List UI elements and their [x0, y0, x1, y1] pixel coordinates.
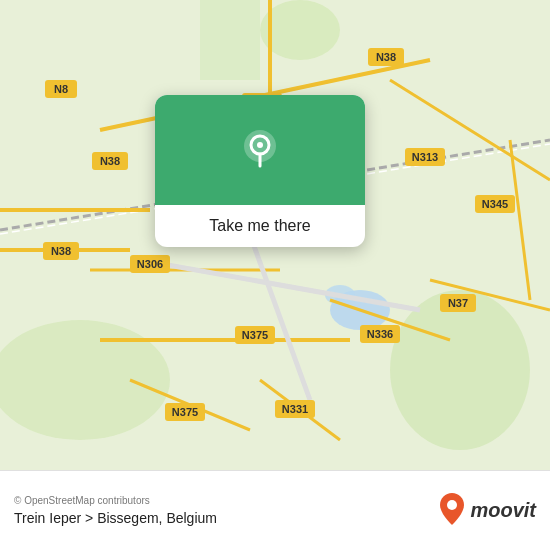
svg-point-53 [447, 500, 457, 510]
svg-text:N313: N313 [412, 151, 438, 163]
svg-rect-3 [200, 0, 260, 80]
svg-text:N8: N8 [54, 83, 68, 95]
svg-text:N331: N331 [282, 403, 308, 415]
moovit-pin-icon [438, 491, 466, 531]
location-pin-icon [238, 128, 282, 172]
osm-credit: © OpenStreetMap contributors [14, 495, 217, 506]
take-me-there-card[interactable]: Take me there [155, 95, 365, 247]
svg-text:N37: N37 [448, 297, 468, 309]
svg-text:N306: N306 [137, 258, 163, 270]
moovit-logo: moovit [438, 491, 536, 531]
svg-text:N345: N345 [482, 198, 508, 210]
svg-text:N375: N375 [242, 329, 268, 341]
map-container: N8 N38 N38 N38 N369 N313 N345 N306 N375 … [0, 0, 550, 470]
bottom-left: © OpenStreetMap contributors Trein Ieper… [14, 495, 217, 526]
svg-text:N375: N375 [172, 406, 198, 418]
svg-text:N38: N38 [100, 155, 120, 167]
moovit-text-label: moovit [470, 499, 536, 522]
popup-card-bottom[interactable]: Take me there [155, 205, 365, 247]
svg-text:N336: N336 [367, 328, 393, 340]
popup-card-top [155, 95, 365, 205]
take-me-there-label: Take me there [209, 217, 310, 234]
route-label: Trein Ieper > Bissegem, Belgium [14, 510, 217, 526]
svg-text:N38: N38 [51, 245, 71, 257]
svg-point-51 [257, 142, 263, 148]
svg-text:N38: N38 [376, 51, 396, 63]
bottom-bar: © OpenStreetMap contributors Trein Ieper… [0, 470, 550, 550]
svg-point-2 [390, 290, 530, 450]
